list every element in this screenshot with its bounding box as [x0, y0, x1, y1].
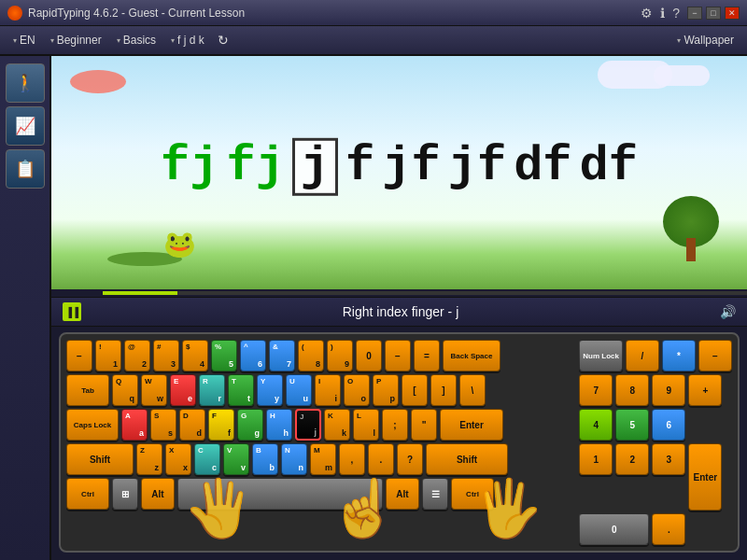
key-numpad-0[interactable]: 0: [579, 513, 649, 545]
key-row-numbers: − !1 @2 #3 $4 %5 ^6 &7 (8 )9 0 −: [66, 340, 564, 371]
key-2[interactable]: @2: [124, 340, 150, 371]
key-enter[interactable]: Enter: [440, 409, 503, 441]
key-comma[interactable]: ,: [339, 443, 365, 475]
key-dash[interactable]: −: [385, 340, 411, 371]
key-n[interactable]: Nn: [281, 443, 307, 475]
key-alt-right[interactable]: Alt: [386, 478, 419, 510]
key-capslock[interactable]: Caps Lock: [66, 409, 119, 441]
language-selector[interactable]: ▾ EN: [7, 32, 41, 49]
key-5[interactable]: %5: [211, 340, 237, 371]
key-shift-left[interactable]: Shift: [66, 443, 134, 475]
key-backspace[interactable]: Back Space: [443, 340, 500, 371]
key-semicolon[interactable]: ;: [382, 409, 408, 441]
key-h[interactable]: Hh: [266, 409, 292, 441]
key-y[interactable]: Yy: [257, 374, 283, 406]
chars-selector[interactable]: ▾ f j d k: [165, 32, 210, 49]
lesson-nav-button[interactable]: 🚶: [6, 63, 45, 103]
key-numpad-5[interactable]: 5: [615, 409, 649, 441]
key-x[interactable]: Xx: [165, 443, 191, 475]
key-shift-right[interactable]: Shift: [426, 443, 508, 475]
key-8[interactable]: (8: [298, 340, 324, 371]
key-win-left[interactable]: ⊞: [112, 478, 138, 510]
key-slash[interactable]: ?: [397, 443, 423, 475]
key-i[interactable]: Ii: [315, 374, 341, 406]
key-f[interactable]: Ff: [208, 409, 234, 441]
info-icon[interactable]: ℹ: [660, 6, 665, 21]
key-3[interactable]: #3: [153, 340, 179, 371]
key-numpad-4[interactable]: 4: [579, 409, 613, 441]
key-numpad-3[interactable]: 3: [652, 443, 685, 475]
key-numlock[interactable]: Num Lock: [579, 340, 623, 371]
key-ctrl-right[interactable]: Ctrl: [451, 478, 494, 510]
settings-icon[interactable]: ⚙: [641, 6, 653, 21]
key-backslash[interactable]: \: [459, 374, 486, 406]
key-g[interactable]: Gg: [237, 409, 263, 441]
key-numpad-6[interactable]: 6: [652, 409, 685, 441]
typing-text-area: fj fj j f jf jf df df: [51, 138, 747, 196]
key-z[interactable]: Zz: [136, 443, 162, 475]
refresh-button[interactable]: ↻: [214, 33, 233, 48]
key-numpad-slash[interactable]: /: [626, 340, 659, 371]
key-numpad-plus-top[interactable]: +: [688, 374, 722, 406]
key-1[interactable]: !1: [95, 340, 121, 371]
key-bracket-l[interactable]: [: [402, 374, 428, 406]
key-w[interactable]: Ww: [141, 374, 167, 406]
key-a[interactable]: Aa: [121, 409, 148, 441]
key-d[interactable]: Dd: [179, 409, 205, 441]
key-bracket-r[interactable]: ]: [430, 374, 457, 406]
key-b[interactable]: Bb: [252, 443, 278, 475]
key-q[interactable]: Qq: [112, 374, 138, 406]
key-9[interactable]: )9: [327, 340, 353, 371]
key-7[interactable]: &7: [269, 340, 295, 371]
key-numpad-star[interactable]: *: [662, 340, 696, 371]
key-r[interactable]: Rr: [199, 374, 225, 406]
key-s[interactable]: Ss: [150, 409, 176, 441]
key-numpad-1[interactable]: 1: [579, 443, 613, 475]
key-numpad-enter[interactable]: Enter: [688, 443, 722, 511]
key-j-highlighted[interactable]: Jj: [295, 409, 321, 441]
key-alt-left[interactable]: Alt: [141, 478, 175, 510]
key-m[interactable]: Mm: [310, 443, 336, 475]
key-numpad-2[interactable]: 2: [615, 443, 649, 475]
key-c[interactable]: Cc: [194, 443, 220, 475]
key-minus-top[interactable]: −: [66, 340, 92, 371]
help-icon[interactable]: ?: [672, 6, 680, 21]
key-l[interactable]: Ll: [353, 409, 379, 441]
key-space[interactable]: [177, 478, 383, 510]
key-tab[interactable]: Tab: [66, 374, 109, 406]
key-0[interactable]: 0: [356, 340, 382, 371]
key-k[interactable]: Kk: [324, 409, 350, 441]
wallpaper-selector[interactable]: ▾ Wallpaper: [671, 32, 740, 49]
stats-nav-button[interactable]: 📈: [6, 106, 45, 146]
minimize-button[interactable]: −: [687, 7, 702, 20]
key-numpad-minus[interactable]: −: [698, 340, 732, 371]
key-u[interactable]: Uu: [286, 374, 312, 406]
key-numpad-dot[interactable]: .: [652, 513, 685, 545]
key-equals[interactable]: =: [414, 340, 440, 371]
key-p[interactable]: Pp: [373, 374, 399, 406]
key-ctrl-left[interactable]: Ctrl: [66, 478, 109, 510]
key-period[interactable]: .: [368, 443, 394, 475]
lesson-selector[interactable]: ▾ Basics: [111, 32, 162, 49]
docs-icon: 📋: [15, 159, 35, 179]
docs-nav-button[interactable]: 📋: [6, 149, 45, 189]
key-o[interactable]: Oo: [344, 374, 370, 406]
level-selector[interactable]: ▾ Beginner: [45, 32, 107, 49]
maximize-button[interactable]: □: [706, 7, 721, 20]
key-t[interactable]: Tt: [228, 374, 254, 406]
content-area: 🐸 fj fj j f jf jf df df ▐▐ Right index: [51, 56, 747, 560]
key-numpad-8[interactable]: 8: [615, 374, 649, 406]
key-win-right[interactable]: ☰: [422, 478, 448, 510]
key-numpad-7[interactable]: 7: [579, 374, 613, 406]
key-4[interactable]: $4: [182, 340, 208, 371]
key-6[interactable]: ^6: [240, 340, 266, 371]
close-button[interactable]: ✕: [725, 7, 740, 20]
pause-button[interactable]: ▐▐: [63, 302, 81, 321]
tree-decoration: [663, 196, 719, 261]
key-e[interactable]: Ee: [170, 374, 196, 406]
key-v[interactable]: Vv: [223, 443, 249, 475]
key-numpad-9[interactable]: 9: [652, 374, 685, 406]
level-arrow: ▾: [50, 36, 54, 45]
key-quote[interactable]: ": [411, 409, 437, 441]
volume-icon[interactable]: 🔊: [720, 304, 736, 319]
